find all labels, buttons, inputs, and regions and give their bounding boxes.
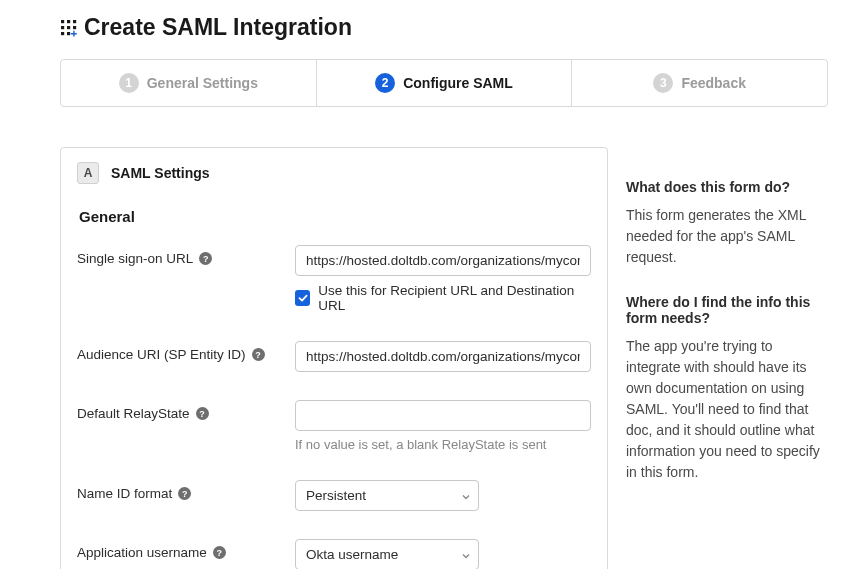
step-configure-saml[interactable]: 2 Configure SAML [317,60,573,106]
step-general-settings[interactable]: 1 General Settings [61,60,317,106]
recipient-url-checkbox-label: Use this for Recipient URL and Destinati… [318,283,591,313]
help-icon[interactable]: ? [199,252,212,265]
field-sso-url: Single sign-on URL ? Use this for Recipi… [77,245,591,313]
section-badge: A [77,162,99,184]
audience-uri-input[interactable] [295,341,591,372]
field-app-username: Application username ? Okta username [77,539,591,569]
svg-rect-3 [61,26,64,29]
step-label: Feedback [681,75,746,91]
sidebar-answer-1: This form generates the XML needed for t… [626,205,824,268]
app-username-select[interactable]: Okta username [295,539,479,569]
svg-rect-2 [73,20,76,23]
step-number: 1 [119,73,139,93]
sidebar-answer-2: The app you're trying to integrate with … [626,336,824,483]
svg-rect-6 [61,32,64,35]
help-sidebar: What does this form do? This form genera… [626,147,828,509]
name-id-format-label: Name ID format [77,486,172,501]
app-username-label: Application username [77,545,207,560]
saml-settings-card: A SAML Settings General Single sign-on U… [60,147,608,569]
apps-grid-icon [60,19,78,37]
field-audience-uri: Audience URI (SP Entity ID) ? [77,341,591,372]
svg-rect-0 [61,20,64,23]
help-icon[interactable]: ? [213,546,226,559]
help-icon[interactable]: ? [252,348,265,361]
help-icon[interactable]: ? [178,487,191,500]
page-title: Create SAML Integration [84,14,352,41]
step-feedback[interactable]: 3 Feedback [572,60,827,106]
svg-rect-5 [73,26,76,29]
relay-state-input[interactable] [295,400,591,431]
field-name-id-format: Name ID format ? Persistent [77,480,591,511]
section-header: A SAML Settings [77,162,591,184]
sso-url-input[interactable] [295,245,591,276]
relay-state-label: Default RelayState [77,406,190,421]
sidebar-question-2: Where do I find the info this form needs… [626,294,824,326]
audience-uri-label: Audience URI (SP Entity ID) [77,347,246,362]
sidebar-question-1: What does this form do? [626,179,824,195]
svg-rect-7 [67,32,70,35]
svg-rect-4 [67,26,70,29]
page-header: Create SAML Integration [60,14,828,41]
sso-url-label: Single sign-on URL [77,251,193,266]
relay-state-helper: If no value is set, a blank RelayState i… [295,437,591,452]
section-title: SAML Settings [111,165,210,181]
field-relay-state: Default RelayState ? If no value is set,… [77,400,591,452]
name-id-format-select[interactable]: Persistent [295,480,479,511]
step-label: General Settings [147,75,258,91]
step-number: 3 [653,73,673,93]
wizard-stepper: 1 General Settings 2 Configure SAML 3 Fe… [60,59,828,107]
recipient-url-checkbox[interactable] [295,290,310,306]
subsection-general: General [79,208,591,225]
svg-rect-1 [67,20,70,23]
help-icon[interactable]: ? [196,407,209,420]
step-label: Configure SAML [403,75,513,91]
step-number: 2 [375,73,395,93]
